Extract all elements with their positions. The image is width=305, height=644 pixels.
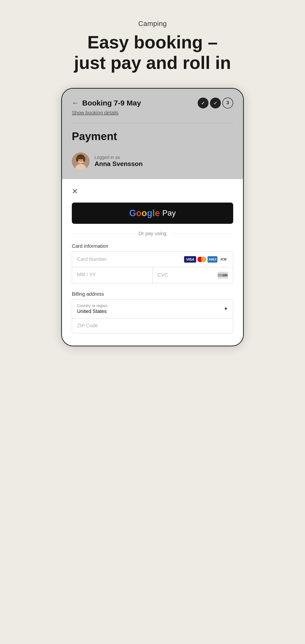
zip-placeholder: ZIP Code <box>77 323 98 328</box>
country-label-text: Country or region <box>77 304 108 308</box>
step-3: 3 <box>222 98 233 108</box>
steps-container: ✓ ✓ 3 <box>198 98 233 108</box>
section-label: Camping <box>138 20 167 28</box>
svg-point-5 <box>76 157 78 162</box>
or-line-left <box>72 234 135 234</box>
hero-title: Easy booking – just pay and roll in <box>74 32 231 73</box>
dropdown-arrow-icon: ▼ <box>224 306 228 312</box>
mastercard-icon <box>197 256 206 262</box>
country-row[interactable]: Country or region United States ▼ <box>72 300 233 318</box>
phone-mockup: ← Booking 7-9 May ✓ ✓ 3 Show booking det… <box>61 88 244 346</box>
jcb-icon: JCB <box>219 256 228 262</box>
country-content: Country or region United States <box>77 304 108 314</box>
close-button[interactable]: ✕ <box>72 187 78 196</box>
g-logo: Google <box>129 208 160 218</box>
zip-row[interactable]: ZIP Code <box>72 318 233 333</box>
google-pay-button[interactable]: Google Pay <box>72 202 233 224</box>
avatar <box>72 152 90 170</box>
step-1: ✓ <box>198 98 209 108</box>
booking-header: ← Booking 7-9 May ✓ ✓ 3 <box>72 98 233 108</box>
billing-box: Country or region United States ▼ ZIP Co… <box>72 300 233 333</box>
expiry-cvc-row: MM / YY CVC 135 <box>72 267 233 283</box>
country-value: United States <box>77 308 108 314</box>
user-name: Anna Svensson <box>94 160 143 168</box>
booking-title: Booking 7-9 May <box>82 99 198 107</box>
step-2: ✓ <box>210 98 221 108</box>
expiry-field[interactable]: MM / YY <box>72 267 153 283</box>
visa-icon: VISA <box>184 256 196 262</box>
phone-top-section: ← Booking 7-9 May ✓ ✓ 3 Show booking det… <box>62 89 243 179</box>
card-icons: VISA AMEX JCB <box>184 256 228 262</box>
phone-bottom-section: ✕ Google Pay Or pay using Card informati… <box>62 179 243 346</box>
back-button[interactable]: ← <box>72 99 79 107</box>
show-booking-details-link[interactable]: Show booking details <box>72 110 118 116</box>
or-line-right <box>170 234 233 234</box>
svg-point-6 <box>83 157 85 162</box>
logged-in-label: Logged in as <box>94 155 143 160</box>
gpay-label: Pay <box>162 208 176 218</box>
cvc-number: 135 <box>223 274 227 277</box>
user-row: Logged in as Anna Svensson <box>72 152 233 170</box>
cvc-field[interactable]: CVC 135 <box>153 267 233 283</box>
or-text: Or pay using <box>138 231 166 236</box>
card-number-row: Card Number VISA AMEX JCB <box>72 252 233 267</box>
cvc-card-icon: 135 <box>218 272 228 279</box>
or-divider: Or pay using <box>72 231 233 236</box>
card-info-label: Card information <box>72 243 233 249</box>
user-info: Logged in as Anna Svensson <box>94 155 143 168</box>
divider <box>72 123 233 123</box>
card-number-placeholder: Card Number <box>77 256 184 262</box>
amex-icon: AMEX <box>208 256 217 262</box>
billing-label: Billing address <box>72 291 233 297</box>
card-fields-box: Card Number VISA AMEX JCB MM / YY <box>72 252 233 283</box>
payment-title: Payment <box>72 130 233 142</box>
